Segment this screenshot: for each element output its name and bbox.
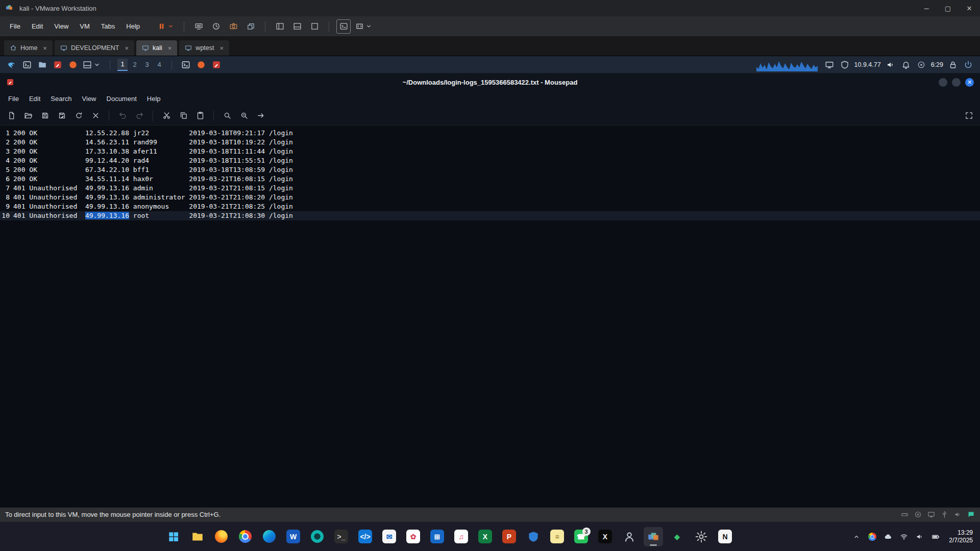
- editor-line-2[interactable]: 2200 OK 14.56.23.11 rand99 2019-03-18T10…: [0, 138, 980, 147]
- firefox-window-button[interactable]: [194, 58, 208, 71]
- mousepad-maximize-button[interactable]: [952, 78, 961, 87]
- fullscreen-button[interactable]: [962, 109, 976, 123]
- vmware-menu-help[interactable]: Help: [120, 19, 145, 34]
- stretch-button[interactable]: [354, 19, 375, 34]
- notion-app[interactable]: N: [716, 527, 735, 546]
- editor-line-8[interactable]: 8401 Unauthorised 49.99.13.16 administra…: [0, 193, 980, 202]
- battery-icon[interactable]: [930, 531, 941, 542]
- firefox-launcher[interactable]: [66, 58, 80, 71]
- editor-line-1[interactable]: 1200 OK 12.55.22.88 jr22 2019-03-18T09:2…: [0, 129, 980, 138]
- workspace-2[interactable]: 2: [130, 59, 140, 71]
- tab-close-icon[interactable]: ×: [125, 44, 129, 52]
- snapshot-revert-button[interactable]: [209, 19, 223, 34]
- workspace-4[interactable]: 4: [154, 59, 164, 71]
- cd-status-icon[interactable]: [914, 511, 922, 518]
- console-toggle-button[interactable]: [307, 19, 322, 34]
- find-button[interactable]: [220, 109, 234, 123]
- photos-app[interactable]: ✿: [404, 527, 423, 546]
- editor-line-10[interactable]: 10401 Unauthorised 49.99.13.16 root 2019…: [0, 211, 980, 220]
- unity-button[interactable]: [336, 19, 351, 34]
- reload-button[interactable]: [71, 109, 86, 123]
- mousepad-menu-view[interactable]: View: [77, 92, 102, 105]
- vmware-workstation[interactable]: [644, 527, 663, 546]
- terminal-launcher[interactable]: [20, 58, 34, 71]
- vm-tab-development[interactable]: DEVELOPMENT×: [55, 40, 134, 56]
- edge[interactable]: [260, 527, 279, 546]
- snapshot-take-button[interactable]: [226, 19, 240, 34]
- vpn-shield-icon[interactable]: [838, 58, 851, 71]
- lock-icon[interactable]: [946, 58, 960, 71]
- defender-app[interactable]: [524, 527, 543, 546]
- mousepad-menu-edit[interactable]: Edit: [24, 92, 45, 105]
- settings-app[interactable]: [692, 527, 711, 546]
- thumbnail-toggle-button[interactable]: [290, 19, 304, 34]
- vm-tab-home[interactable]: Home×: [4, 40, 53, 56]
- music-app[interactable]: ♫: [452, 527, 471, 546]
- recorder-icon[interactable]: [915, 58, 928, 71]
- vmware-titlebar[interactable]: kali - VMware Workstation ─ ▢ ✕: [0, 0, 980, 16]
- mousepad-menu-search[interactable]: Search: [45, 92, 77, 105]
- minimize-button[interactable]: ─: [916, 0, 937, 16]
- notes-app[interactable]: ≡: [548, 527, 567, 546]
- vmware-menu-tabs[interactable]: Tabs: [95, 19, 120, 34]
- cpu-graph-icon[interactable]: [756, 58, 818, 71]
- mousepad-menu-file[interactable]: File: [3, 92, 24, 105]
- vm-screen[interactable]: 1234 10.9.4.776:29 ~/Downloads/login-log…: [0, 56, 980, 507]
- camera-app[interactable]: [308, 527, 327, 546]
- tab-close-icon[interactable]: ×: [168, 44, 172, 52]
- library-toggle-button[interactable]: [273, 19, 287, 34]
- usb-status-icon[interactable]: [941, 511, 948, 518]
- notifications-icon[interactable]: [899, 58, 913, 71]
- chrome[interactable]: [236, 527, 255, 546]
- vmware-message-icon[interactable]: [967, 511, 975, 518]
- open-button[interactable]: [21, 109, 35, 123]
- undo-button[interactable]: [115, 109, 130, 123]
- diamond-app[interactable]: ◆: [668, 527, 687, 546]
- vmware-menu-file[interactable]: File: [4, 19, 26, 34]
- save-as-button[interactable]: [55, 109, 69, 123]
- editor-line-3[interactable]: 3200 OK 17.33.10.38 afer11 2019-03-18T11…: [0, 147, 980, 156]
- save-button[interactable]: [38, 109, 52, 123]
- window-menu-button[interactable]: [82, 58, 103, 71]
- hidden-icons-chevron[interactable]: [851, 531, 862, 542]
- ctrl-alt-del-button[interactable]: [191, 19, 206, 34]
- display-icon[interactable]: [823, 58, 836, 71]
- hdd-status-icon[interactable]: [901, 511, 909, 518]
- x-app[interactable]: X: [596, 527, 615, 546]
- workspace-1[interactable]: 1: [117, 59, 128, 71]
- start-button[interactable]: [164, 527, 183, 546]
- mousepad-menu-document[interactable]: Document: [102, 92, 142, 105]
- editor-line-7[interactable]: 7401 Unauthorised 49.99.13.16 admin 2019…: [0, 184, 980, 193]
- mousepad-menu-help[interactable]: Help: [142, 92, 166, 105]
- copy-button[interactable]: [176, 109, 190, 123]
- volume-icon[interactable]: [884, 58, 897, 71]
- redo-button[interactable]: [132, 109, 146, 123]
- snapshot-manager-button[interactable]: [243, 19, 258, 34]
- file-explorer[interactable]: [188, 527, 207, 546]
- kali-menu-button[interactable]: [5, 58, 18, 71]
- sound-status-icon[interactable]: [954, 511, 962, 518]
- excel[interactable]: X: [476, 527, 495, 546]
- cut-button[interactable]: [159, 109, 174, 123]
- onedrive-icon[interactable]: [883, 531, 894, 542]
- terminal-window-button[interactable]: [179, 58, 192, 71]
- vmware-menu-edit[interactable]: Edit: [26, 19, 48, 34]
- text-editor-launcher[interactable]: [51, 58, 64, 71]
- vmware-menu-vm[interactable]: VM: [74, 19, 95, 34]
- editor-lines[interactable]: 1200 OK 12.55.22.88 jr22 2019-03-18T09:2…: [0, 126, 980, 507]
- mousepad-close-button[interactable]: ✕: [965, 78, 974, 87]
- file-manager-launcher[interactable]: [36, 58, 49, 71]
- store-app[interactable]: ⊞: [428, 527, 447, 546]
- firefox[interactable]: [212, 527, 231, 546]
- tab-close-icon[interactable]: ×: [220, 44, 224, 52]
- workspace-3[interactable]: 3: [142, 59, 152, 71]
- find-replace-button[interactable]: [237, 109, 251, 123]
- tray-app-icon[interactable]: [867, 531, 878, 542]
- vscode[interactable]: </>: [356, 527, 375, 546]
- goto-button[interactable]: [254, 109, 268, 123]
- powerpoint[interactable]: P: [500, 527, 519, 546]
- power-icon[interactable]: [962, 58, 975, 71]
- vmware-menu-view[interactable]: View: [48, 19, 74, 34]
- terminal-app[interactable]: >_: [332, 527, 351, 546]
- editor-line-5[interactable]: 5200 OK 67.34.22.10 bff1 2019-03-18T13:0…: [0, 165, 980, 174]
